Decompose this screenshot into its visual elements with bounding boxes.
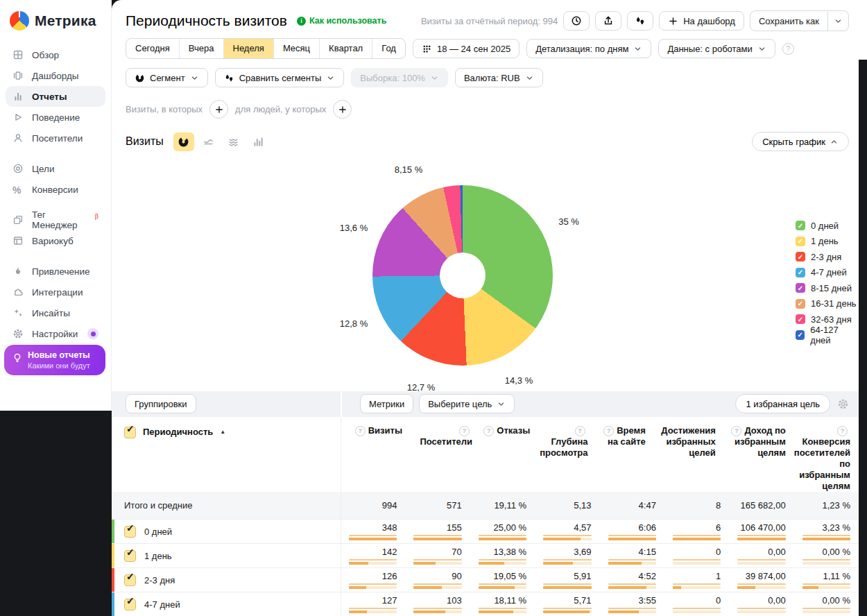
metric-cell[interactable]: 90 (405, 568, 470, 592)
donut-chart[interactable] (372, 185, 553, 366)
sidebar-item[interactable]: Инсайты (6, 302, 105, 323)
legend-item[interactable]: ✓64-127 дней (796, 327, 859, 343)
period-tab[interactable]: Неделя (223, 39, 273, 58)
period-tab[interactable]: Сегодня (126, 39, 179, 58)
legend-checkbox[interactable]: ✓ (796, 237, 805, 246)
metric-cell[interactable]: 13,38 % (470, 544, 535, 567)
metric-cell[interactable]: 3:55 (600, 592, 664, 616)
sidebar-item[interactable]: Посетители (6, 128, 105, 148)
metric-cell[interactable]: 0 (664, 544, 729, 567)
row-label[interactable]: 4-7 дней (144, 599, 180, 610)
data-mode-select[interactable]: Данные: с роботами (658, 39, 775, 58)
help-icon[interactable]: ? (459, 426, 470, 436)
help-icon[interactable]: ? (483, 426, 494, 436)
currency-select[interactable]: Валюта: RUB (455, 68, 543, 87)
sidebar-item[interactable]: Поведение (6, 107, 105, 128)
legend-item[interactable]: ✓2-3 дня (796, 249, 859, 265)
legend-item[interactable]: ✓0 дней (796, 218, 859, 234)
row-checkbox[interactable] (124, 574, 136, 586)
legend-checkbox[interactable]: ✓ (796, 299, 805, 309)
legend-checkbox[interactable]: ✓ (796, 330, 805, 340)
sidebar-item[interactable]: %Конверсии (6, 179, 105, 200)
column-label[interactable]: Глубина просмотра (540, 436, 587, 458)
legend-checkbox[interactable]: ✓ (796, 268, 805, 277)
metric-cell[interactable]: 106 470,00 (729, 520, 793, 543)
history-button[interactable] (563, 11, 590, 31)
column-label[interactable]: Конверсия посетителей по избранным целям (794, 436, 850, 491)
save-as-button[interactable]: Сохранить как (750, 10, 849, 31)
legend-checkbox[interactable]: ✓ (796, 252, 805, 262)
sidebar-item[interactable]: Тег Менеджерβ (6, 209, 105, 230)
add-to-dashboard-button[interactable]: На дашборд (659, 11, 744, 31)
row-label[interactable]: 2-3 дня (144, 575, 175, 585)
metric-cell[interactable]: 1 (664, 568, 729, 592)
new-reports-promo[interactable]: Новые отчеты Какими они будут (4, 345, 105, 375)
choose-goal-select[interactable]: Выберите цель (419, 394, 515, 413)
gear-icon[interactable] (837, 398, 849, 410)
metric-cell[interactable]: 39 874,00 (729, 568, 793, 592)
segment-select[interactable]: Сегмент (126, 68, 208, 87)
row-label[interactable]: 0 дней (144, 527, 172, 537)
period-tab[interactable]: Вчера (179, 39, 223, 58)
metric-cell[interactable]: 19,05 % (470, 568, 535, 592)
period-tab[interactable]: Месяц (273, 39, 319, 58)
metric-cell[interactable]: 4:15 (600, 544, 664, 567)
metric-cell[interactable]: 1,11 % (794, 568, 859, 592)
hide-chart-button[interactable]: Скрыть график (752, 132, 849, 151)
legend-item[interactable]: ✓8-15 дней (796, 280, 859, 296)
help-icon[interactable]: ? (731, 426, 741, 436)
metric-cell[interactable]: 127 (341, 592, 405, 616)
metrika-logo[interactable]: Метрика (0, 0, 111, 35)
column-label[interactable]: Визиты (368, 425, 402, 436)
metric-cell[interactable]: 70 (405, 544, 470, 567)
stacked-view-toggle[interactable] (223, 132, 244, 151)
help-icon[interactable]: ? (837, 426, 848, 436)
legend-checkbox[interactable]: ✓ (796, 314, 805, 324)
metric-cell[interactable]: 126 (341, 568, 405, 592)
select-all-checkbox[interactable] (124, 427, 136, 438)
column-label[interactable]: Достижения избранных целей (661, 425, 715, 458)
legend-item[interactable]: ✓1 день (796, 234, 859, 250)
row-checkbox[interactable] (124, 550, 136, 562)
sidebar-item[interactable]: Вариокуб (6, 230, 105, 251)
selected-goal-button[interactable]: 1 избранная цель (735, 394, 830, 413)
groupings-button[interactable]: Группировки (126, 394, 196, 413)
period-tab[interactable]: Год (372, 39, 405, 58)
metric-cell[interactable]: 6:06 (600, 520, 664, 543)
sidebar-item[interactable]: Интеграции (6, 282, 105, 302)
help-icon[interactable]: ? (355, 426, 366, 436)
help-icon[interactable]: ? (603, 426, 614, 436)
metric-cell[interactable]: 0,00 (729, 592, 793, 616)
sidebar-item[interactable]: Цели (6, 158, 105, 179)
metric-cell[interactable]: 0 (664, 592, 729, 616)
row-checkbox[interactable] (124, 599, 136, 610)
metric-cell[interactable]: 18,11 % (470, 592, 535, 616)
sidebar-item[interactable]: Отчеты (6, 86, 105, 107)
pie-view-toggle[interactable] (173, 132, 194, 151)
help-icon[interactable]: ? (782, 43, 794, 55)
legend-item[interactable]: ✓16-31 день (796, 296, 859, 312)
period-tab[interactable]: Квартал (319, 39, 372, 58)
legend-checkbox[interactable]: ✓ (796, 221, 805, 230)
chevron-down-icon[interactable] (828, 17, 848, 26)
metric-cell[interactable]: 3,69 (535, 544, 599, 567)
how-to-use-link[interactable]: i Как использовать (297, 16, 386, 26)
date-range-button[interactable]: 18 — 24 сен 2025 (413, 39, 520, 58)
metric-cell[interactable]: 4,57 (535, 520, 599, 543)
metric-cell[interactable]: 25,00 % (470, 520, 535, 543)
compare-segments-select[interactable]: Сравнить сегменты (215, 68, 345, 87)
legend-item[interactable]: ✓4-7 дней (796, 265, 859, 281)
sidebar-item[interactable]: Обзор (6, 44, 105, 65)
metric-cell[interactable]: 155 (405, 520, 470, 543)
metric-cell[interactable]: 5,71 (535, 592, 599, 616)
column-label[interactable]: Доход по избранным целям (735, 425, 786, 458)
metric-cell[interactable]: 0,00 % (794, 544, 859, 567)
sidebar-item[interactable]: Настройки (6, 323, 105, 344)
metric-cell[interactable]: 0,00 (729, 544, 793, 567)
legend-checkbox[interactable]: ✓ (796, 283, 805, 293)
metrics-button[interactable]: Метрики (360, 394, 413, 413)
sidebar-item[interactable]: Дашборды (6, 65, 105, 86)
metric-cell[interactable]: 3,23 % (794, 520, 859, 543)
metric-cell[interactable]: 348 (341, 520, 405, 543)
sidebar-item[interactable]: Привлечение (6, 261, 105, 282)
